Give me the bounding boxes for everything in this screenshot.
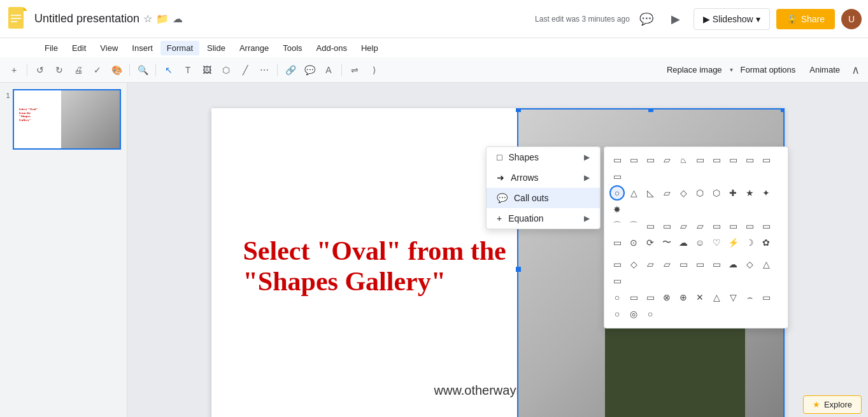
word-art-button[interactable]: A [320,61,338,79]
shape-foldcorner[interactable]: ▭ [709,218,724,234]
menu-slide[interactable]: Slide [201,41,232,55]
shape-rect9[interactable]: ▭ [609,169,625,184]
callout-bubble2[interactable]: ◎ [626,306,641,322]
menu-file[interactable]: File [38,41,64,55]
transition-button[interactable]: ⇌ [346,61,364,79]
animate-button[interactable]: Animate [803,62,846,77]
shape-donut[interactable]: ⊙ [626,235,641,250]
shape-lightning[interactable]: ⚡ [725,235,741,250]
shape-rect4[interactable]: ▭ [692,152,708,167]
callout-sq[interactable]: ▭ [626,290,641,305]
menu-arrange[interactable]: Arrange [233,41,275,55]
paint-format-button[interactable]: 🎨 [108,61,125,79]
callout-para[interactable]: ▱ [659,257,674,272]
selection-handle-tl[interactable] [516,108,521,112]
menu-tools[interactable]: Tools [276,41,308,55]
callout-cap[interactable]: ⌢ [742,290,757,305]
undo-button[interactable]: ↺ [31,61,49,79]
shape-strip3[interactable]: ▭ [758,218,774,234]
slideshow-button[interactable]: ▶ Slideshow ▾ [694,8,770,30]
callout-tri3[interactable]: ▽ [725,290,741,305]
callout-diamond2[interactable]: ◇ [742,257,757,272]
image-button[interactable]: 🖼 [198,61,216,79]
menu-addons[interactable]: Add-ons [310,41,353,55]
shape-star5[interactable]: ★ [742,185,757,201]
shape-x[interactable]: ⟳ [643,235,658,250]
collapse-toolbar-button[interactable]: ∧ [848,62,863,78]
dropdown-item-callouts[interactable]: 💬 Call outs [487,188,600,208]
user-avatar[interactable]: U [841,9,862,29]
cloud-icon[interactable]: ☁ [173,13,183,25]
menu-view[interactable]: View [94,41,124,55]
callout-x[interactable]: ⊗ [659,290,674,305]
shape-curve[interactable]: ⌒ [626,218,641,234]
shape-smiley[interactable]: ☺ [692,235,708,250]
shape-tab2[interactable]: ▱ [692,218,708,234]
format-options-button[interactable]: Format options [734,62,802,77]
star-icon[interactable]: ☆ [143,13,152,25]
lines-button[interactable]: ╱ [236,61,254,79]
comments-button[interactable]: 💬 [635,8,658,31]
shape-cross[interactable]: ✚ [725,185,741,201]
more-shapes-button[interactable]: ⋯ [255,61,273,79]
spell-check-button[interactable]: ✓ [89,61,106,79]
shape-wave[interactable]: 〜 [659,235,674,250]
shape-cylinder[interactable]: ▭ [609,235,625,250]
callout-bubble3[interactable]: ○ [643,306,658,322]
print-button[interactable]: 🖨 [69,61,87,79]
slide-thumbnail[interactable]: Select "Oval"from the"ShapesGallery" [13,89,121,150]
text-box-button[interactable]: T [179,61,197,79]
callout-oval[interactable]: ○ [609,290,625,305]
shape-rtriangle[interactable]: ◺ [643,185,658,201]
zoom-button[interactable]: 🔍 [134,61,152,79]
selection-handle-tr[interactable] [781,108,785,112]
shape-heart[interactable]: ♡ [709,235,724,250]
shape-star12[interactable]: ✸ [609,202,625,217]
callout-tri2[interactable]: △ [709,290,724,305]
callout-plus[interactable]: ⊕ [676,290,691,305]
shape-diamond[interactable]: ◇ [676,185,691,201]
callout-diamond[interactable]: ◇ [626,257,641,272]
shape-rectangle[interactable]: ▭ [609,152,625,167]
shape-oct[interactable]: ⬡ [709,185,724,201]
present-mode-button[interactable]: ▶ [664,8,687,31]
motion-button[interactable]: ⟩ [365,61,383,79]
shape-rect8[interactable]: ▭ [758,152,774,167]
callout-sq2[interactable]: ▭ [643,290,658,305]
shape-strip[interactable]: ▭ [725,218,741,234]
selection-handle-ml[interactable] [516,267,521,272]
callout-cloud[interactable]: ☁ [725,257,741,272]
shape-rect2[interactable]: ▭ [626,152,641,167]
shape-para2[interactable]: ▱ [659,185,674,201]
shape-arc[interactable]: ⌒ [609,218,625,234]
shape-cloud[interactable]: ☁ [676,235,691,250]
menu-edit[interactable]: Edit [66,41,92,55]
selection-handle-tm[interactable] [648,108,653,112]
menu-format[interactable]: Format [160,41,199,55]
shape-sun[interactable]: ✿ [758,235,774,250]
dropdown-item-equation[interactable]: + Equation ▶ [487,208,600,229]
shape-parallelogram[interactable]: ▱ [659,152,674,167]
menu-help[interactable]: Help [355,41,385,55]
callout-rect2[interactable]: ▭ [676,257,691,272]
menu-insert[interactable]: Insert [125,41,159,55]
dropdown-item-shapes[interactable]: □ Shapes ▶ [487,147,600,167]
shape-brace2[interactable]: ▭ [659,218,674,234]
shape-brace[interactable]: ▭ [643,218,658,234]
callout-cross[interactable]: ✕ [692,290,708,305]
callout-round[interactable]: ▱ [643,257,658,272]
shape-hex[interactable]: ⬡ [692,185,708,201]
shape-trapezoid[interactable]: ⏢ [676,152,691,167]
shapes-button[interactable]: ⬡ [217,61,235,79]
share-button[interactable]: 🔒 Share [776,9,835,29]
explore-button[interactable]: ★ Explore [803,395,862,414]
comment-button[interactable]: 💬 [301,61,318,79]
redo-button[interactable]: ↻ [50,61,68,79]
link-button[interactable]: 🔗 [281,61,299,79]
shape-tab[interactable]: ▱ [676,218,691,234]
callout-tri[interactable]: △ [758,257,774,272]
folder-icon[interactable]: 📁 [156,13,169,25]
shape-oval[interactable]: ○ [609,185,625,201]
callout-bubble1[interactable]: ○ [609,306,625,322]
presentation-title[interactable]: Untitled presentation [34,12,139,25]
